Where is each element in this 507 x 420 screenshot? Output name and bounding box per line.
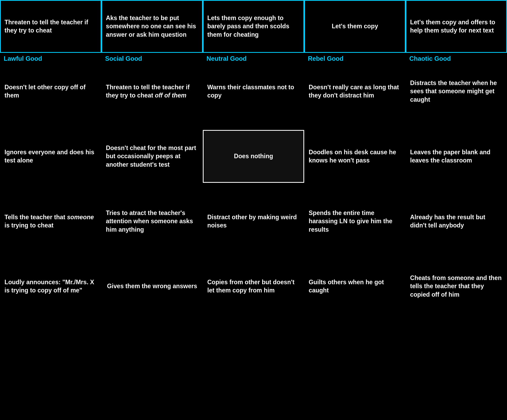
cell-label: Rebel Neutral [304, 183, 406, 195]
card-text: Threaten to tell the teacher if they try… [106, 83, 198, 100]
card-0-0: Threaten to tell the teacher if they try… [0, 0, 101, 53]
cell-4-3: Guilts others when he got caughtRebel Ev… [304, 260, 406, 325]
cell-label: Rebel Impure [304, 248, 406, 260]
card-text: Aks the teacher to be put somewhere no o… [106, 14, 198, 39]
cell-label: Lawful Good [0, 53, 101, 65]
card-text: Threaten to tell the teacher if they try… [4, 18, 97, 35]
cell-label: Social Good [101, 53, 203, 65]
cell-3-0: Tells the teacher that someone is trying… [0, 195, 101, 260]
card-4-0: Loudly announces: "Mr./Mrs. X is trying … [0, 260, 101, 313]
card-text: Does nothing [234, 152, 273, 160]
card-1-2: Warns their classmates not to copy [203, 65, 304, 118]
card-4-2: Copies from other but doesn't let them c… [203, 260, 304, 313]
card-text: Let's them copy and offers to help them … [410, 18, 503, 35]
cell-1-0: Doesn't let other copy off of themLawful… [0, 65, 101, 130]
cell-4-0: Loudly announces: "Mr./Mrs. X is trying … [0, 260, 101, 325]
cell-3-3: Spends the entire time harassing LN to g… [304, 195, 406, 260]
card-3-0: Tells the teacher that someone is trying… [0, 195, 101, 248]
card-2-4: Leaves the paper blank and leaves the cl… [406, 130, 507, 183]
card-text: Doodles on his desk cause he knows he wo… [309, 148, 401, 165]
card-text: Warns their classmates not to copy [207, 83, 300, 100]
cell-label: Lawful Impure [0, 248, 101, 260]
card-text: Distract other by making weird noises [207, 213, 300, 230]
cell-label: Chaotic Good [406, 53, 507, 65]
card-3-4: Already has the result but didn't tell a… [406, 195, 507, 248]
cell-label: Lawful Evil [0, 313, 101, 325]
card-text: Cheats from someone and then tells the t… [410, 274, 503, 299]
alignment-grid: Threaten to tell the teacher if they try… [0, 0, 507, 325]
cell-label: True Neutral [203, 183, 304, 195]
cell-0-4: Let's them copy and offers to help them … [406, 0, 507, 65]
cell-4-1: Gives them the wrong answersSocial Evil [101, 260, 203, 325]
card-0-1: Aks the teacher to be put somewhere no o… [101, 0, 203, 53]
card-4-4: Cheats from someone and then tells the t… [406, 260, 507, 313]
card-text: Copies from other but doesn't let them c… [207, 278, 300, 295]
cell-label: Social Neutral [101, 183, 203, 195]
card-1-3: Doesn't really care as long that they do… [304, 65, 406, 118]
cell-label: Chaotic Impure [406, 248, 507, 260]
cell-4-4: Cheats from someone and then tells the t… [406, 260, 507, 325]
card-text: Loudly announces: "Mr./Mrs. X is trying … [4, 278, 97, 295]
cell-3-1: Tries to atract the teacher's attention … [101, 195, 203, 260]
card-text: Spends the entire time harassing LN to g… [309, 209, 401, 234]
cell-0-2: Lets them copy enough to barely pass and… [203, 0, 304, 65]
card-1-1: Threaten to tell the teacher if they try… [101, 65, 203, 118]
card-0-2: Lets them copy enough to barely pass and… [203, 0, 304, 53]
cell-label: Rebel Good [304, 53, 406, 65]
card-4-1: Gives them the wrong answers [101, 260, 203, 313]
card-text: Gives them the wrong answers [107, 282, 197, 290]
card-1-4: Distracts the teacher when he sees that … [406, 65, 507, 118]
card-text: Guilts others when he got caught [309, 278, 401, 295]
card-2-3: Doodles on his desk cause he knows he wo… [304, 130, 406, 183]
cell-label: Social Moral [101, 118, 203, 130]
card-0-4: Let's them copy and offers to help them … [406, 0, 507, 53]
cell-label: Chaotic Moral [406, 118, 507, 130]
card-3-2: Distract other by making weird noises [203, 195, 304, 248]
cell-1-3: Doesn't really care as long that they do… [304, 65, 406, 130]
card-2-2: Does nothing [203, 130, 304, 183]
cell-label: Social Impure [101, 248, 203, 260]
card-text: Distracts the teacher when he sees that … [410, 79, 503, 104]
cell-0-0: Threaten to tell the teacher if they try… [0, 0, 101, 65]
card-2-1: Doesn't cheat for the most part but occa… [101, 130, 203, 183]
cell-2-0: Ignores everyone and does his test alone… [0, 130, 101, 195]
cell-label: Neutral Impure [203, 248, 304, 260]
cell-label: Lawful Neutral [0, 183, 101, 195]
card-text: Ignores everyone and does his test alone [4, 148, 97, 165]
card-text: Doesn't really care as long that they do… [309, 83, 401, 100]
cell-0-3: Let's them copyRebel Good [304, 0, 406, 65]
cell-3-4: Already has the result but didn't tell a… [406, 195, 507, 260]
card-text: Doesn't let other copy off of them [4, 83, 97, 100]
cell-3-2: Distract other by making weird noisesNeu… [203, 195, 304, 260]
cell-label: Chaotic Evil [406, 313, 507, 325]
cell-label: Social Evil [101, 313, 203, 325]
card-3-3: Spends the entire time harassing LN to g… [304, 195, 406, 248]
cell-2-1: Doesn't cheat for the most part but occa… [101, 130, 203, 195]
card-text: Tries to atract the teacher's attention … [106, 209, 198, 234]
card-2-0: Ignores everyone and does his test alone [0, 130, 101, 183]
card-text: Leaves the paper blank and leaves the cl… [410, 148, 503, 165]
cell-label: Lawful Moral [0, 118, 101, 130]
card-4-3: Guilts others when he got caught [304, 260, 406, 313]
card-text: Tells the teacher that someone is trying… [4, 213, 97, 230]
cell-1-4: Distracts the teacher when he sees that … [406, 65, 507, 130]
cell-4-2: Copies from other but doesn't let them c… [203, 260, 304, 325]
cell-2-2: Does nothingTrue Neutral [203, 130, 304, 195]
card-3-1: Tries to atract the teacher's attention … [101, 195, 203, 248]
card-text: Already has the result but didn't tell a… [410, 213, 503, 230]
cell-1-1: Threaten to tell the teacher if they try… [101, 65, 203, 130]
cell-2-4: Leaves the paper blank and leaves the cl… [406, 130, 507, 195]
cell-label: Chaotic Neutral [406, 183, 507, 195]
cell-label: Neutral Moral [203, 118, 304, 130]
card-text: Let's them copy [332, 22, 378, 30]
card-text: Doesn't cheat for the most part but occa… [106, 144, 198, 169]
cell-label: Neutral Good [203, 53, 304, 65]
card-1-0: Doesn't let other copy off of them [0, 65, 101, 118]
cell-label: Neutral Evil [203, 313, 304, 325]
cell-label: Rebel Moral [304, 118, 406, 130]
cell-2-3: Doodles on his desk cause he knows he wo… [304, 130, 406, 195]
cell-0-1: Aks the teacher to be put somewhere no o… [101, 0, 203, 65]
card-0-3: Let's them copy [304, 0, 406, 53]
card-text: Lets them copy enough to barely pass and… [207, 14, 300, 39]
cell-label: Rebel Evil [304, 313, 406, 325]
